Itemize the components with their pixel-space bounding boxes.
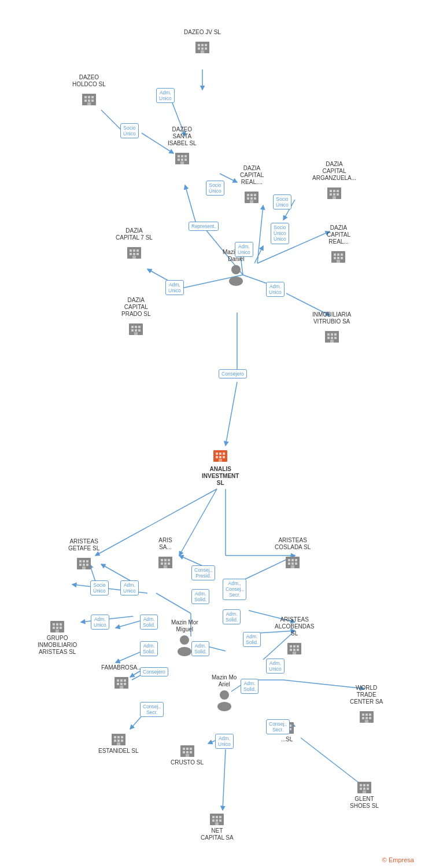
svg-rect-89 [341, 253, 343, 256]
node-famabrosa[interactable]: FAMABROSA... [101, 664, 142, 691]
svg-rect-183 [369, 713, 371, 716]
node-mazin-ariel[interactable]: Mazin MoAriel [212, 674, 237, 711]
svg-rect-67 [181, 159, 183, 161]
svg-rect-69 [180, 161, 184, 164]
svg-rect-90 [334, 257, 336, 259]
svg-rect-66 [178, 159, 180, 161]
node-analis-investment[interactable]: ANALISINVESTMENTSL [202, 446, 239, 488]
svg-rect-215 [367, 784, 369, 786]
svg-rect-50 [198, 47, 200, 50]
badge-adm-solid-1[interactable]: Adm.Solid. [191, 589, 209, 604]
node-aris-sa[interactable]: ARISSA... [156, 537, 175, 571]
svg-rect-169 [293, 652, 296, 654]
badge-consej-presid[interactable]: Consej.,Presid. [191, 565, 215, 580]
svg-rect-166 [290, 649, 292, 651]
badge-adm-unico-4[interactable]: Adm.Unico [266, 282, 285, 297]
svg-rect-195 [117, 742, 120, 745]
node-aristeas-alcobendas[interactable]: ARISTEASALCOBENDASSL [275, 616, 314, 657]
svg-rect-222 [216, 816, 218, 818]
badge-adm-unico-grupo[interactable]: Adm.Unico [91, 615, 109, 630]
svg-rect-167 [293, 649, 296, 651]
svg-rect-189 [114, 736, 116, 738]
svg-rect-130 [83, 560, 85, 562]
badge-adm-unico-crusto[interactable]: Adm.Unico [215, 734, 234, 749]
svg-rect-57 [91, 96, 94, 98]
badge-consej-secr-1[interactable]: Consej.,Secr. [140, 702, 164, 717]
svg-rect-49 [205, 44, 207, 46]
svg-rect-175 [120, 683, 123, 685]
badge-socio-unico-unico[interactable]: SocioÚnicoÚnico [271, 223, 289, 244]
node-aristeas-coslada[interactable]: ARISTEASCOSLADA SL [275, 537, 311, 571]
node-aristeas-getafe[interactable]: ARISTEASGETAFE SL [68, 538, 99, 572]
badge-socio-unico-2[interactable]: SocioÚnico [206, 181, 224, 196]
node-glent-shoes[interactable]: GLENTSHOES SL [350, 777, 379, 811]
svg-rect-97 [136, 249, 139, 252]
svg-rect-61 [87, 102, 91, 105]
badge-adm-solid-6[interactable]: Adm.Solid. [243, 632, 261, 647]
svg-rect-59 [88, 100, 90, 102]
node-net-capital[interactable]: NETCAPITAL SA [201, 809, 234, 843]
node-dazia-capital-7[interactable]: DAZIACAPITAL 7 SL [116, 227, 153, 261]
svg-rect-153 [288, 559, 290, 561]
svg-rect-81 [337, 190, 339, 192]
svg-rect-55 [84, 96, 87, 98]
node-dazia-prado[interactable]: DAZIACAPITALPRADO SL [121, 297, 151, 337]
badge-represent[interactable]: Represent. [189, 222, 219, 231]
svg-rect-132 [79, 564, 82, 566]
node-estanidel[interactable]: ESTANIDEL SL [98, 729, 138, 756]
svg-point-179 [217, 702, 231, 711]
badge-adm-unico-3[interactable]: Adm.Unico [165, 280, 184, 295]
node-dazia-arganzuela[interactable]: DAZIACAPITALARGANZUELA... [312, 161, 356, 201]
svg-rect-147 [168, 559, 170, 561]
svg-rect-159 [291, 565, 294, 568]
svg-rect-145 [161, 559, 163, 561]
svg-rect-99 [133, 253, 135, 255]
svg-rect-51 [201, 47, 204, 50]
badge-adm-consej-secr[interactable]: Adm.,Consej.,Secr. [223, 579, 246, 600]
svg-rect-74 [247, 197, 249, 200]
badge-adm-solid-ariel[interactable]: Adm.Solid. [241, 679, 258, 694]
svg-rect-200 [183, 751, 185, 753]
svg-rect-109 [135, 329, 137, 332]
node-inmobiliaria-vitrubio[interactable]: INMOBILIARIAVITRUBIO SA [312, 311, 351, 345]
badge-adm-unico-getafe[interactable]: Adm.Unico [120, 580, 139, 595]
svg-rect-106 [135, 326, 137, 328]
node-dazia-real1[interactable]: DAZIACAPITALREAL.... [240, 165, 264, 205]
badge-adm-unico-alcobendas[interactable]: Adm.Unico [266, 659, 285, 674]
node-crusto[interactable]: CRUSTO SL [171, 741, 204, 767]
svg-rect-64 [181, 155, 183, 157]
badge-adm-solid-2[interactable]: Adm.Solid. [223, 609, 241, 624]
badge-adm-unico-1[interactable]: Adm.Unico [156, 88, 175, 103]
node-dazeo-santa[interactable]: DAZEOSANTAISABEL SL [168, 126, 197, 167]
svg-rect-98 [130, 253, 132, 255]
badge-adm-solid-3[interactable]: Adm.Solid. [140, 615, 158, 630]
svg-rect-101 [132, 256, 136, 259]
svg-rect-85 [333, 196, 336, 199]
svg-rect-213 [360, 784, 362, 786]
badge-adm-solid-5[interactable]: Adm.Solid. [191, 641, 209, 656]
svg-rect-192 [114, 740, 116, 742]
svg-rect-163 [290, 645, 292, 648]
svg-rect-121 [216, 453, 218, 455]
nodes-layer: DAZEO JV SL DAZEOHOLDCO SL DAZEOSANTAISA… [0, 0, 421, 868]
svg-point-102 [231, 265, 241, 274]
node-dazeo-holdco[interactable]: DAZEOHOLDCO SL [72, 74, 106, 108]
svg-point-161 [178, 647, 191, 656]
svg-rect-203 [186, 754, 189, 757]
badge-consejero-1[interactable]: Consejero [219, 369, 247, 378]
badge-consej-secr-sl[interactable]: Consej.,Secr. [266, 719, 290, 734]
node-dazia-real2[interactable]: DAZIACAPITALREAL... [327, 225, 350, 265]
node-world-trade-center[interactable]: WORLDTRADECENTER SA [350, 685, 383, 725]
badge-adm-solid-4[interactable]: Adm.Solid. [140, 641, 158, 656]
badge-socio-unico-3[interactable]: SocioÚnico [273, 194, 291, 209]
node-dazeo-jv[interactable]: DAZEO JV SL [184, 29, 221, 56]
svg-rect-225 [216, 819, 218, 822]
badge-socio-unico-1[interactable]: SocioÚnico [120, 123, 139, 138]
svg-rect-216 [360, 788, 362, 790]
node-grupo-inmobiliario[interactable]: GRUPOINMOBILIARIOARISTEAS SL [38, 616, 77, 657]
svg-rect-129 [79, 560, 82, 562]
svg-rect-191 [121, 736, 123, 738]
badge-consejero-famabrosa[interactable]: Consejero [140, 667, 168, 676]
badge-socio-unico-getafe[interactable]: SocioÚnico [90, 580, 109, 595]
badge-adm-unico-2[interactable]: Adm.Unico [235, 242, 253, 257]
